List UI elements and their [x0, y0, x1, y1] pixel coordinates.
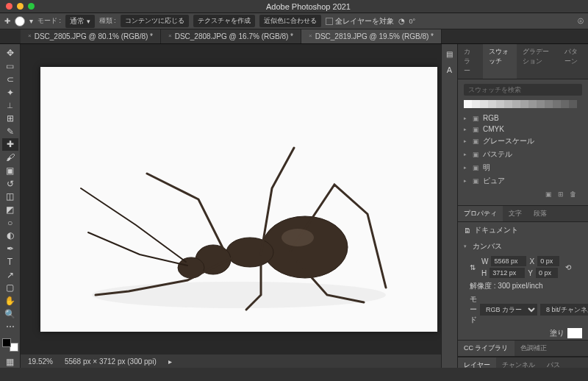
doc-row: 🗎ドキュメント: [458, 222, 588, 238]
canvas-section[interactable]: ▾カンバス: [458, 238, 588, 254]
wand-tool[interactable]: ✦: [2, 86, 18, 99]
panel-tab[interactable]: プロパティ: [458, 206, 503, 221]
close-icon[interactable]: [6, 3, 12, 10]
bandage-icon: ✚: [4, 17, 10, 25]
panel-tab[interactable]: パス: [541, 357, 566, 368]
close-tab-icon[interactable]: ×: [168, 32, 172, 40]
swatch-folder[interactable]: ▸▣グレースケール: [464, 135, 582, 148]
document-tab[interactable]: ×DSC_2805.JPG @ 80.1% (RGB/8) *: [21, 29, 161, 43]
x-input[interactable]: [537, 256, 559, 266]
brush-swatch[interactable]: [15, 16, 25, 26]
swatch[interactable]: [488, 100, 496, 108]
swatch[interactable]: [504, 100, 512, 108]
close-tab-icon[interactable]: ×: [309, 32, 312, 40]
gradient-tool[interactable]: ◩: [2, 204, 18, 216]
swatch[interactable]: [569, 100, 577, 108]
swatch[interactable]: [545, 100, 553, 108]
marquee-tool[interactable]: ▭: [2, 60, 18, 73]
w-input[interactable]: [491, 256, 526, 266]
brush-tool[interactable]: 🖌: [2, 152, 18, 164]
trash-icon[interactable]: 🗑: [570, 190, 576, 198]
frame-tool[interactable]: ⊞: [2, 113, 18, 125]
close-tab-icon[interactable]: ×: [28, 32, 32, 40]
pen-tool[interactable]: ✒: [2, 243, 18, 255]
svg-point-6: [282, 229, 314, 246]
stamp-tool[interactable]: ▣: [2, 164, 18, 177]
all-layers-check[interactable]: 全レイヤーを対象: [326, 16, 394, 26]
link-icon[interactable]: ⇅: [470, 263, 476, 271]
panel-tab[interactable]: スウォッチ: [483, 44, 517, 79]
lasso-tool[interactable]: ⊂: [2, 73, 18, 85]
fill-swatch[interactable]: [567, 328, 582, 338]
path-tool[interactable]: ↗: [2, 268, 18, 281]
panel-tab[interactable]: 文字: [503, 206, 528, 221]
document-tab[interactable]: ×DSC_2819.JPG @ 19.5% (RGB/8) *: [301, 29, 442, 43]
crop-tool[interactable]: ⟂: [2, 99, 18, 112]
mask-mode[interactable]: ▦: [2, 355, 18, 368]
h-input[interactable]: [490, 268, 525, 278]
swatch[interactable]: [472, 100, 480, 108]
document-tab[interactable]: ×DSC_2808.JPG @ 16.7% (RGB/8) *: [161, 29, 301, 43]
swatch[interactable]: [496, 100, 504, 108]
swatch[interactable]: [512, 100, 520, 108]
angle-value[interactable]: 0°: [409, 18, 416, 25]
status-zoom[interactable]: 19.52%: [28, 357, 53, 366]
color-tab-icon[interactable]: ▤: [446, 50, 453, 58]
swatch[interactable]: [480, 100, 488, 108]
document-canvas[interactable]: [40, 67, 437, 332]
swatch-folder[interactable]: ▸▣CMYK: [464, 124, 582, 135]
swatch[interactable]: [520, 100, 528, 108]
swatch[interactable]: [561, 100, 569, 108]
hand-tool[interactable]: ✋: [2, 295, 18, 307]
folder-icon[interactable]: ▣: [545, 190, 552, 198]
panel-tab[interactable]: グラデーション: [517, 44, 559, 79]
maximize-icon[interactable]: [28, 3, 35, 10]
titlebar: Adobe Photoshop 2021: [0, 0, 588, 13]
orient-icon[interactable]: ⟲: [565, 263, 571, 271]
mode-select[interactable]: RGB カラー: [480, 304, 537, 316]
y-input[interactable]: [536, 268, 558, 278]
swatch[interactable]: [537, 100, 545, 108]
panel-tab[interactable]: レイヤー: [458, 357, 496, 368]
status-chevron[interactable]: ▸: [168, 357, 172, 366]
swatch-row: [464, 100, 582, 108]
brush-size[interactable]: ▾: [29, 17, 33, 25]
type-tool[interactable]: T: [2, 256, 18, 268]
content-aware-button[interactable]: コンテンツに応じる: [121, 15, 189, 27]
panel-tab[interactable]: 色調補正: [514, 341, 553, 356]
swatch-folder[interactable]: ▸▣RGB: [464, 113, 582, 124]
minimize-icon[interactable]: [17, 3, 24, 10]
folder-icon: ▣: [473, 177, 480, 185]
move-tool[interactable]: ✥: [2, 47, 18, 60]
blur-tool[interactable]: ○: [2, 216, 18, 229]
proximity-match-button[interactable]: 近似色に合わせる: [259, 15, 321, 27]
bit-select[interactable]: 8 bit/チャンネル: [540, 304, 588, 316]
panel-tab[interactable]: カラー: [458, 44, 483, 79]
new-swatch-icon[interactable]: ⊞: [558, 190, 564, 198]
eyedropper-tool[interactable]: ✎: [2, 125, 18, 138]
pressure-icon[interactable]: ⦾: [578, 17, 584, 26]
panel-tab[interactable]: CC ライブラリ: [458, 341, 514, 356]
more-tools[interactable]: ⋯: [2, 321, 18, 333]
swatch-folder[interactable]: ▸▣明: [464, 161, 582, 174]
dodge-tool[interactable]: ◐: [2, 229, 18, 242]
create-texture-button[interactable]: テクスチャを作成: [193, 15, 255, 27]
swatch[interactable]: [553, 100, 561, 108]
healing-tool[interactable]: ✚: [2, 138, 18, 151]
zoom-tool[interactable]: 🔍: [2, 307, 18, 320]
mode-select[interactable]: 通常 ▾: [65, 15, 95, 28]
panel-tab[interactable]: 段落: [528, 206, 553, 221]
swatch-folder[interactable]: ▸▣ピュア: [464, 174, 582, 188]
type-tab-icon[interactable]: A: [447, 65, 452, 74]
fg-bg-colors[interactable]: [2, 338, 18, 352]
swatch[interactable]: [528, 100, 537, 108]
swatch-folder[interactable]: ▸▣パステル: [464, 148, 582, 161]
panel-tab[interactable]: チャンネル: [496, 357, 541, 368]
shape-tool[interactable]: ▢: [2, 282, 18, 294]
history-tool[interactable]: ↺: [2, 177, 18, 190]
panel-tab[interactable]: パターン: [559, 44, 588, 79]
canvas-area[interactable]: [21, 44, 457, 355]
eraser-tool[interactable]: ◫: [2, 190, 18, 203]
swatch-search[interactable]: [464, 84, 582, 96]
swatch[interactable]: [464, 100, 472, 108]
